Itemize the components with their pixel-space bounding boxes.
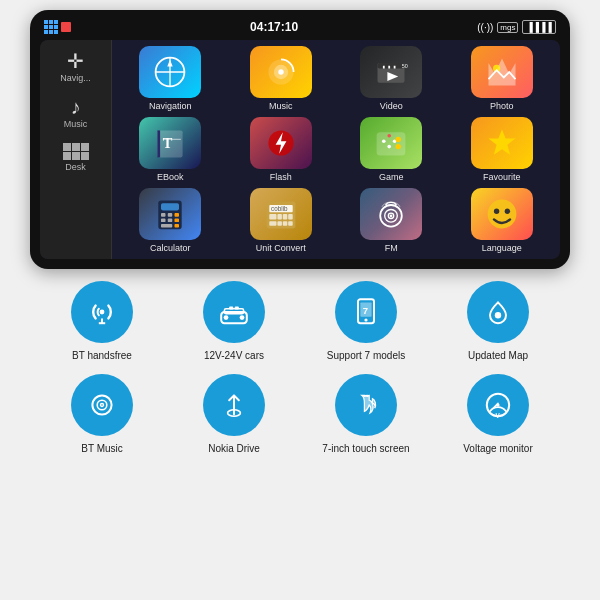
app-label-unitconvert: Unit Convert (256, 243, 306, 253)
app-label-video: Video (380, 101, 403, 111)
svg-rect-35 (161, 219, 166, 223)
svg-text:7: 7 (363, 305, 368, 316)
device: 04:17:10 ((·)) mgs ▐▐▐▐ ✛ Navig... ♪ Mus… (30, 10, 570, 269)
feature-label-voltage-monitor: Voltage monitor (463, 442, 533, 455)
svg-rect-43 (269, 214, 276, 219)
svg-rect-37 (175, 219, 180, 223)
app-label-flash: Flash (270, 172, 292, 182)
app-label-calculator: Calculator (150, 243, 191, 253)
grid-desk-icon (63, 143, 89, 160)
svg-rect-8 (378, 63, 405, 68)
app-label-ebook: EBook (157, 172, 184, 182)
feature-bt-handsfree: BT handsfree (40, 281, 164, 362)
svg-point-70 (364, 318, 367, 321)
app-item-calculator[interactable]: Calculator (118, 188, 223, 253)
feature-icon-support7: 7 (335, 281, 397, 343)
app-item-unitconvert[interactable]: coblib Unit Convert (229, 188, 334, 253)
feature-icon-updated-map (467, 281, 529, 343)
svg-rect-36 (168, 219, 173, 223)
storage-icon: mgs (497, 22, 518, 33)
grid-icon (44, 20, 58, 34)
feature-bt-music: BT Music (40, 374, 164, 455)
feature-label-12v-24v: 12V-24V cars (204, 349, 264, 362)
app-label-favourite: Favourite (483, 172, 521, 182)
svg-rect-39 (175, 224, 180, 228)
svg-rect-47 (269, 221, 276, 226)
app-icon-video: 50 (360, 46, 422, 98)
app-item-music[interactable]: Music (229, 46, 334, 111)
status-left (44, 20, 71, 34)
app-icon-game (360, 117, 422, 169)
app-item-navigation[interactable]: Navigation (118, 46, 223, 111)
app-item-video[interactable]: 50 Video (339, 46, 444, 111)
app-grid: Navigation Music (118, 46, 554, 253)
feature-label-support7: Support 7 models (327, 349, 405, 362)
app-label-game: Game (379, 172, 404, 182)
svg-rect-66 (235, 306, 239, 309)
feature-support7: 7 Support 7 models (304, 281, 428, 362)
svg-rect-34 (175, 213, 180, 217)
app-icon-calculator (139, 188, 201, 240)
app-item-photo[interactable]: Photo (450, 46, 555, 111)
feature-label-updated-map: Updated Map (468, 349, 528, 362)
svg-rect-31 (161, 203, 179, 210)
app-item-ebook[interactable]: T EBook (118, 117, 223, 182)
svg-point-24 (388, 134, 392, 138)
svg-point-6 (278, 69, 283, 74)
features-section: BT handsfree 12V-24V cars (30, 281, 570, 465)
sidebar-item-navigation[interactable]: ✛ Navig... (40, 46, 111, 88)
app-label-photo: Photo (490, 101, 514, 111)
svg-point-75 (101, 404, 103, 406)
app-icon-flash (250, 117, 312, 169)
feature-icon-touch-screen (335, 374, 397, 436)
svg-text:50: 50 (402, 63, 408, 69)
sidebar-item-desk[interactable]: Desk (40, 138, 111, 177)
feature-label-touch-screen: 7-inch touch screen (322, 442, 409, 455)
svg-rect-50 (288, 221, 293, 226)
svg-rect-45 (283, 214, 288, 219)
svg-point-63 (224, 315, 229, 320)
feature-label-bt-handsfree: BT handsfree (72, 349, 132, 362)
app-item-flash[interactable]: Flash (229, 117, 334, 182)
feature-icon-12v-24v (203, 281, 265, 343)
svg-rect-44 (277, 214, 282, 219)
app-item-game[interactable]: Game (339, 117, 444, 182)
sidebar-label-navigation: Navig... (60, 73, 91, 83)
svg-point-57 (504, 209, 509, 214)
svg-text:T: T (163, 135, 173, 151)
svg-marker-14 (488, 59, 515, 86)
svg-point-56 (494, 209, 499, 214)
svg-rect-32 (161, 213, 166, 217)
feature-label-bt-music: BT Music (81, 442, 123, 455)
battery-icon: ▐▐▐▐ (522, 20, 556, 34)
svg-text:V: V (496, 412, 501, 419)
app-label-language: Language (482, 243, 522, 253)
svg-point-58 (100, 310, 105, 315)
svg-point-28 (396, 144, 401, 149)
feature-nokia-drive: Nokia Drive (172, 374, 296, 455)
svg-point-71 (495, 312, 501, 318)
svg-marker-29 (488, 130, 515, 155)
svg-point-26 (388, 145, 392, 149)
app-icon-fm (360, 188, 422, 240)
svg-rect-49 (283, 221, 288, 226)
feature-touch-screen: 7-inch touch screen (304, 374, 428, 455)
feature-12v-24v: 12V-24V cars (172, 281, 296, 362)
feature-icon-bt-music (71, 374, 133, 436)
sidebar-label-desk: Desk (65, 162, 86, 172)
app-item-favourite[interactable]: Favourite (450, 117, 555, 182)
app-item-fm[interactable]: FM (339, 188, 444, 253)
app-icon-navigation (139, 46, 201, 98)
clock: 04:17:10 (250, 20, 298, 34)
app-icon-music (250, 46, 312, 98)
app-item-language[interactable]: Language (450, 188, 555, 253)
status-right: ((·)) mgs ▐▐▐▐ (477, 20, 556, 34)
app-icon-ebook: T (139, 117, 201, 169)
sidebar-item-music[interactable]: ♪ Music (40, 92, 111, 134)
status-bar: 04:17:10 ((·)) mgs ▐▐▐▐ (40, 18, 560, 36)
pink-square (61, 22, 71, 32)
compass-icon: ✛ (67, 51, 84, 71)
svg-text:coblib: coblib (271, 205, 288, 212)
app-icon-favourite (471, 117, 533, 169)
svg-point-23 (382, 139, 386, 143)
